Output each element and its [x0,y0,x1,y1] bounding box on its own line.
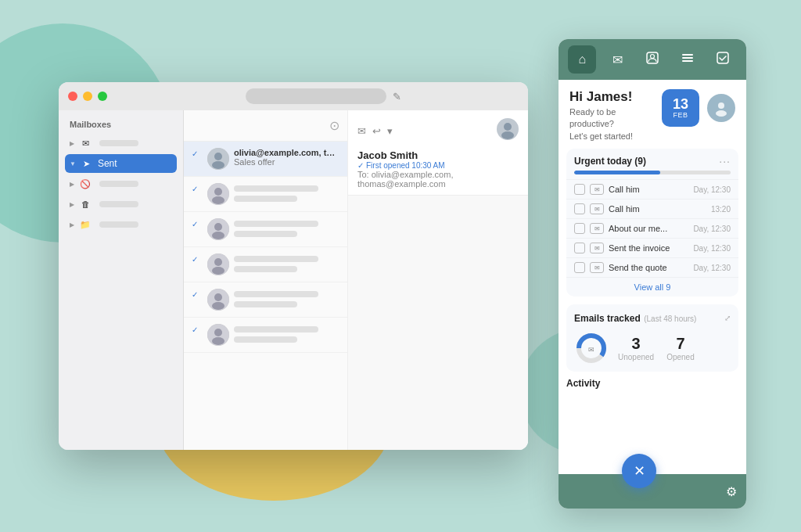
sidebar-label-bar [99,201,138,207]
svg-point-20 [501,131,514,139]
mac-window: ✎ Mailboxes ▶ ✉ ▼ ➤ Sent ▶ 🚫 ▶ 🗑 [59,82,528,450]
arrow-icon: ▶ [70,181,74,188]
tasks-icon [716,51,730,68]
email-row-selected[interactable]: ✓ olivia@example.com, thom... Sales offe… [184,142,347,177]
email-detail-header: ✉ ↩ ▾ Jacob Smith ✓ First opened 10:30 A… [348,110,528,196]
mac-minimize-btn[interactable] [83,92,92,101]
check-icon: ✓ [357,161,364,170]
view-all-link[interactable]: View all 9 [566,277,738,297]
task-row[interactable]: ✉ Send the quote Day, 12:30 [566,257,738,277]
task-label: Sent the invoice [609,243,688,253]
email-checkmark[interactable]: ✓ [192,325,203,336]
task-mail-icon: ✉ [590,243,604,253]
sidebar-label-bar [99,181,138,187]
task-mail-icon: ✉ [590,223,604,234]
email-checkmark[interactable]: ✓ [192,290,203,301]
section-title: Urgent today (9) [574,156,646,167]
email-checkmark[interactable]: ✓ [192,149,203,160]
svg-point-28 [716,110,727,117]
svg-point-4 [214,188,222,196]
opened-text: First opened 10:30 AM [366,161,445,170]
email-checkmark[interactable]: ✓ [192,220,203,231]
task-checkbox[interactable] [574,223,585,234]
list-item[interactable]: ✓ [184,177,347,212]
task-mail-icon: ✉ [590,203,604,214]
task-checkbox[interactable] [574,243,585,253]
mac-close-btn[interactable] [68,92,77,101]
sidebar-item-junk[interactable]: ▶ 🚫 [65,174,177,193]
task-label: About our me... [609,224,688,233]
compose-icon[interactable]: ✎ [393,91,401,102]
home-icon: ⌂ [579,52,587,66]
task-label: Call him [609,185,688,194]
email-checkmark[interactable]: ✓ [192,255,203,266]
svg-point-1 [214,153,222,160]
section-header: Urgent today (9) ··· [566,149,738,171]
list-item[interactable]: ✓ [184,247,347,282]
task-time: Day, 12:30 [693,264,731,272]
email-content [234,253,339,272]
task-mail-icon: ✉ [590,262,604,273]
sidebar-item-trash[interactable]: ▶ 🗑 [65,195,177,214]
list-item[interactable]: ✓ [184,318,347,353]
plugin-date-month: FEB [673,111,688,119]
archive-icon: 📁 [79,218,92,231]
sidebar: Mailboxes ▶ ✉ ▼ ➤ Sent ▶ 🚫 ▶ 🗑 [59,110,184,450]
placeholder-from [234,185,318,192]
email-content [234,324,339,343]
tracked-subtitle: (Last 48 hours) [644,315,696,323]
placeholder-from [234,326,318,332]
chevron-down-icon[interactable]: ▾ [387,125,393,137]
tracked-unopened-count: 3 [618,336,654,351]
email-subject: Sales offer [234,157,339,167]
task-checkbox[interactable] [574,203,585,214]
email-avatar [207,289,229,311]
email-checkmark[interactable]: ✓ [192,185,203,196]
placeholder-subject [234,336,297,343]
section-menu-icon[interactable]: ··· [719,155,731,167]
mac-search-bar: ✎ [128,88,519,104]
plugin-nav-tasks[interactable] [709,45,737,74]
plugin-user-avatar[interactable] [707,94,735,122]
sidebar-item-sent[interactable]: ▼ ➤ Sent [65,154,177,173]
close-icon: ✕ [634,462,645,480]
tracked-donut-chart: ✉ [574,331,609,365]
task-checkbox[interactable] [574,184,585,195]
plugin-nav-mail[interactable]: ✉ [603,45,631,74]
mail-icon: ✉ [612,52,623,67]
svg-point-27 [718,102,724,109]
task-row[interactable]: ✉ About our me... Day, 12:30 [566,218,738,238]
sidebar-item-label: Sent [98,158,117,169]
tracked-expand-icon[interactable]: ⤢ [724,314,731,322]
list-item[interactable]: ✓ [184,282,347,318]
svg-point-7 [214,223,222,231]
inbox-icon: ✉ [79,137,92,149]
placeholder-from [234,291,318,297]
plugin-nav-home[interactable]: ⌂ [568,45,596,74]
tracked-opened-label: Opened [666,353,695,361]
task-row[interactable]: ✉ Call him Day, 12:30 [566,179,738,199]
email-list-header: ⊙ [184,110,347,142]
task-time: Day, 12:30 [693,225,731,233]
reply-icon[interactable]: ↩ [372,125,381,137]
fab-close-button[interactable]: ✕ [622,454,656,488]
filter-icon[interactable]: ⊙ [329,118,339,133]
sidebar-item-inbox[interactable]: ▶ ✉ [65,134,177,153]
svg-point-14 [212,302,224,310]
list-item[interactable]: ✓ [184,212,347,247]
task-row[interactable]: ✉ Call him 13:20 [566,199,738,218]
placeholder-subject [234,266,297,272]
email-content: olivia@example.com, thom... Sales offer [234,148,339,167]
mac-maximize-btn[interactable] [98,92,107,101]
sidebar-item-archive[interactable]: ▶ 📁 [65,215,177,234]
task-time: Day, 12:30 [693,185,731,194]
settings-icon[interactable]: ⚙ [726,484,737,499]
email-content [234,218,339,237]
plugin-nav-list[interactable] [673,45,702,74]
task-row[interactable]: ✉ Sent the invoice Day, 12:30 [566,238,738,257]
svg-point-22 [650,55,654,59]
plugin-nav-contact[interactable] [638,45,666,74]
mac-body: Mailboxes ▶ ✉ ▼ ➤ Sent ▶ 🚫 ▶ 🗑 [59,110,528,450]
task-checkbox[interactable] [574,262,585,273]
tracked-stats: 3 Unopened 7 Opened [618,336,695,361]
